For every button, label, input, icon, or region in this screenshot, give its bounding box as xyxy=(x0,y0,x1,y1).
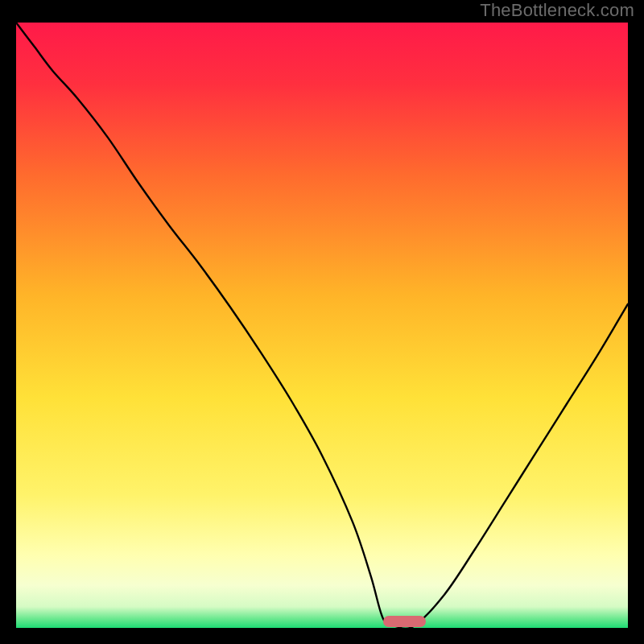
bottleneck-curve xyxy=(16,23,628,628)
watermark-text: TheBottleneck.com xyxy=(480,0,634,21)
optimal-range-marker xyxy=(383,616,426,627)
plot-area xyxy=(16,23,628,628)
chart-frame: TheBottleneck.com xyxy=(0,0,644,644)
